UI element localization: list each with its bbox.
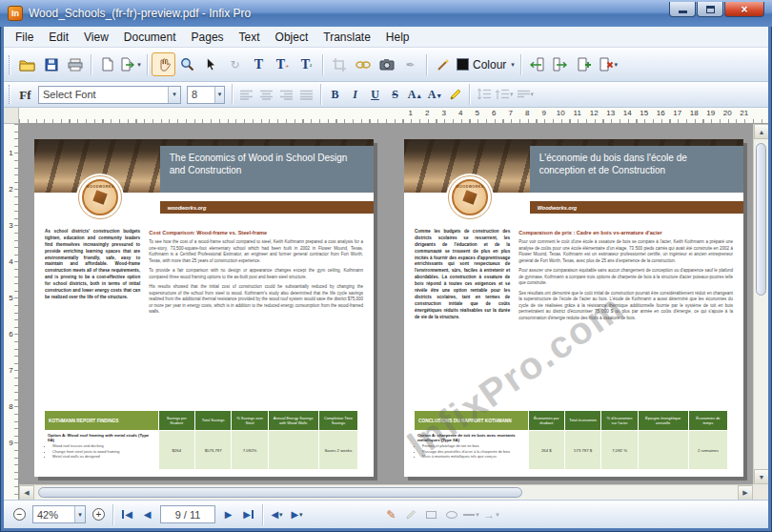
pen-tool-button[interactable]: ✒ xyxy=(398,52,422,76)
hyperlink-tool-button[interactable] xyxy=(351,52,375,76)
previous-page-button[interactable]: ◀ xyxy=(137,504,157,524)
horizontal-scrollbar[interactable]: ◀ ▶ xyxy=(19,484,753,500)
superscript-icon: A▲ xyxy=(408,89,423,100)
row-title: Option A: charpente de toit en bois avec… xyxy=(417,433,525,442)
select-tool-button[interactable] xyxy=(199,52,223,76)
align-right-icon xyxy=(280,90,293,100)
rotate-tool-button[interactable]: ↻ xyxy=(223,52,247,76)
menu-text[interactable]: Text xyxy=(232,29,268,46)
ellipse-tool-button[interactable] xyxy=(441,504,461,524)
underline-button[interactable]: U xyxy=(365,85,385,105)
arrow-tool-button[interactable]: → ▾ xyxy=(481,504,501,524)
scroll-left-arrow[interactable]: ◀ xyxy=(19,485,34,500)
crop-tool-button[interactable] xyxy=(327,52,351,76)
zoom-level-input[interactable] xyxy=(33,506,74,522)
bold-button[interactable]: B xyxy=(325,85,345,105)
line-icon xyxy=(463,514,475,516)
title-bar[interactable]: In Wood_Schools_(fr-fr)-preview.pdf - In… xyxy=(0,0,772,27)
export-pages-button[interactable] xyxy=(549,52,573,76)
menu-file[interactable]: File xyxy=(8,29,41,46)
camera-tool-button[interactable] xyxy=(375,52,398,76)
toolbar-grip[interactable] xyxy=(9,55,11,74)
paragraph-spacing-button[interactable]: ▾ xyxy=(494,85,516,105)
highlight-button[interactable] xyxy=(445,85,465,105)
site-bar: woodworks.org xyxy=(160,201,374,214)
font-size-dropdown[interactable]: ▾ xyxy=(214,87,224,103)
separator xyxy=(262,504,263,525)
text-tool-button[interactable]: T xyxy=(247,52,271,76)
previous-view-button[interactable]: ◀ ▾ xyxy=(267,504,287,524)
main-toolbar: ▾ ↻ T T+ T² xyxy=(4,48,768,82)
font-dialog-button[interactable]: Ff xyxy=(15,85,35,105)
open-button[interactable] xyxy=(15,52,39,76)
page-arrow-in-icon xyxy=(529,57,544,72)
zoom-level-dropdown[interactable]: ▾ xyxy=(74,506,85,522)
font-name-input[interactable] xyxy=(39,87,168,103)
colour-picker-button[interactable]: Colour ▾ xyxy=(455,52,517,76)
font-size-input[interactable] xyxy=(188,87,214,103)
next-page-button[interactable]: ▶ xyxy=(218,504,238,524)
horizontal-scroll-thumb[interactable] xyxy=(38,487,522,498)
chevron-down-icon: ▾ xyxy=(137,61,141,69)
rotate-icon: ↻ xyxy=(230,59,239,71)
document-canvas[interactable]: The Economics of Wood in School Design a… xyxy=(19,124,768,500)
line-tool-button[interactable]: ▾ xyxy=(461,504,481,524)
page-left[interactable]: The Economics of Wood in School Design a… xyxy=(34,139,374,477)
next-view-button[interactable]: ▶ ▾ xyxy=(287,504,307,524)
scroll-up-arrow[interactable]: ▲ xyxy=(754,124,768,139)
superscript-button[interactable]: A▲ xyxy=(405,85,425,105)
scroll-right-arrow[interactable]: ▶ xyxy=(738,485,753,500)
vertical-scroll-thumb[interactable] xyxy=(756,143,766,296)
menu-pages[interactable]: Pages xyxy=(184,29,232,46)
zoom-tool-button[interactable] xyxy=(175,52,199,76)
page-right[interactable]: L'économie du bois dans l'école de conce… xyxy=(404,139,743,477)
vertical-scrollbar[interactable]: ▲ ▼ xyxy=(753,124,768,484)
table-title: KOTHMANN REPORT FINDINGS xyxy=(45,411,158,430)
line-spacing-button[interactable] xyxy=(474,85,494,105)
pencil-tool-button[interactable]: ✎ xyxy=(381,504,401,524)
maximize-button[interactable] xyxy=(697,2,723,17)
italic-button[interactable]: I xyxy=(345,85,365,105)
align-center-button[interactable] xyxy=(256,85,276,105)
text-styles-button[interactable]: ▾ xyxy=(516,85,537,105)
print-button[interactable] xyxy=(63,52,87,76)
delete-page-button[interactable]: ▾ xyxy=(597,52,620,76)
text-translate-tool-button[interactable]: T² xyxy=(295,52,318,76)
toolbar-grip[interactable] xyxy=(9,85,11,104)
menu-document[interactable]: Document xyxy=(116,29,184,46)
site-bar: Woodworks.org xyxy=(530,201,743,214)
zoom-out-button[interactable]: − xyxy=(10,504,30,524)
align-right-button[interactable] xyxy=(276,85,296,105)
last-page-button[interactable]: ▶ xyxy=(238,504,258,524)
menu-object[interactable]: Object xyxy=(268,29,316,46)
text-edit-tool-button[interactable]: T+ xyxy=(271,52,295,76)
minimize-button[interactable] xyxy=(669,2,696,17)
text-edit-icon: T+ xyxy=(276,58,289,72)
insert-page-button[interactable] xyxy=(573,52,597,76)
page-layout-dropdown[interactable]: ▾ xyxy=(119,52,143,76)
first-page-button[interactable]: ◀ xyxy=(117,504,137,524)
import-pages-button[interactable] xyxy=(525,52,549,76)
hand-tool-button[interactable] xyxy=(152,52,175,76)
strikethrough-button[interactable]: S xyxy=(385,85,405,105)
scroll-down-arrow[interactable]: ▼ xyxy=(754,469,768,484)
zoom-level-combo: ▾ xyxy=(32,505,86,523)
menu-translate[interactable]: Translate xyxy=(315,29,378,46)
single-page-view-button[interactable] xyxy=(95,52,119,76)
separator xyxy=(232,84,233,105)
menu-help[interactable]: Help xyxy=(378,29,417,46)
zoom-in-button[interactable]: + xyxy=(89,504,109,524)
page-number-input[interactable] xyxy=(161,506,214,522)
close-button[interactable]: × xyxy=(724,2,764,17)
save-button[interactable] xyxy=(39,52,63,76)
font-name-dropdown[interactable]: ▾ xyxy=(168,87,180,103)
subscript-button[interactable]: A▼ xyxy=(425,85,445,105)
align-left-button[interactable] xyxy=(236,85,256,105)
table-header-cell: Épargne énergétique annuelle xyxy=(639,411,688,430)
format-painter-button[interactable] xyxy=(431,52,455,76)
menu-view[interactable]: View xyxy=(76,29,116,46)
marker-tool-button[interactable] xyxy=(401,504,421,524)
align-justify-button[interactable] xyxy=(296,85,316,105)
menu-edit[interactable]: Edit xyxy=(41,29,76,46)
rectangle-tool-button[interactable] xyxy=(421,504,441,524)
